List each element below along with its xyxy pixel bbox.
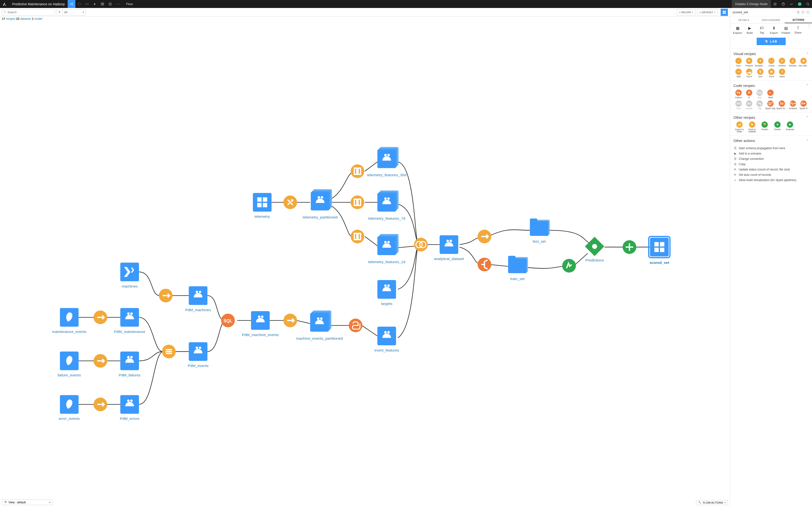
svg-rect-13 (776, 4, 776, 4)
nav-more-icon[interactable]: ⋯ (114, 0, 122, 8)
svg-text:analytical_dataset: analytical_dataset (434, 257, 464, 261)
recipe-topn[interactable]: ▂▄Top N (744, 68, 754, 78)
oa-add-scenario[interactable]: ▶Add to a scenario (733, 151, 809, 156)
search-input[interactable] (7, 11, 55, 14)
svg-point-19 (807, 3, 809, 5)
search-icon[interactable] (804, 0, 812, 8)
oa-copy[interactable]: ⧉Copy (733, 162, 809, 167)
recipe-impala: ImImpala (744, 101, 754, 110)
list-icon[interactable]: ☰ (797, 10, 800, 14)
recipe-sample[interactable]: ▼Sample/Filter (755, 58, 766, 67)
recipe-pyspark[interactable]: Py✦PySpark (788, 101, 798, 110)
svg-point-1 (72, 3, 73, 4)
actions-more-icon[interactable]: ⋮ (806, 23, 812, 29)
recipe-stack[interactable]: ≡Stack (777, 68, 787, 78)
add-recipe-button[interactable]: + RECIPE▾ (677, 9, 696, 15)
recipe-cluster[interactable]: ✦Cluster (771, 121, 783, 133)
svg-rect-21 (723, 11, 724, 12)
view-selector[interactable]: View : default ▾ (2, 500, 53, 505)
svg-text:PdM_machines: PdM_machines (185, 308, 211, 312)
activity-icon[interactable] (788, 0, 796, 8)
project-title[interactable]: Predictive Maintenance on Hadoop (9, 0, 68, 8)
svg-text:telemetry: telemetry (254, 214, 270, 219)
action-share[interactable]: ⤴Share (792, 26, 804, 34)
refresh-icon: ⟳ (733, 173, 737, 176)
action-tag[interactable]: 🏷Tag (756, 26, 768, 34)
nav-code-icon[interactable] (83, 0, 91, 8)
user-avatar-icon[interactable] (796, 0, 804, 8)
oa-build-virt[interactable]: »Allow build virtualization (for Spark p… (733, 177, 809, 183)
svg-text:PdM_errors: PdM_errors (120, 416, 140, 420)
tab-actions[interactable]: ACTIONS (785, 17, 812, 23)
lab-icon: ⚗ (765, 40, 768, 43)
filter-dropdown[interactable]: All ▾ (57, 9, 86, 15)
svg-rect-10 (776, 3, 776, 3)
svg-text:telemetry_features_1d: telemetry_features_1d (368, 260, 405, 264)
action-explore[interactable]: ▦Explore (731, 26, 744, 34)
add-dataset-button[interactable]: + DATASET▾ (697, 9, 718, 15)
svg-point-18 (798, 2, 802, 6)
section-visual-recipes[interactable]: Visual recipes⌃ (733, 51, 809, 58)
chevron-down-icon: ▾ (724, 501, 726, 504)
section-other-actions[interactable]: Other actions⌃ (733, 137, 809, 145)
tab-details[interactable]: DETAILS (730, 17, 757, 23)
nav-run-icon[interactable] (91, 0, 99, 8)
breadcrumb-flow[interactable]: Flow (122, 0, 137, 8)
recipe-prepare[interactable]: ✎Prepare (744, 58, 754, 67)
recipe-sparkr[interactable]: R✦Spark R (799, 101, 809, 110)
recipe-export-folder[interactable]: 📁Export to folder (733, 121, 746, 133)
recipe-sort[interactable]: ⇅Sort (755, 68, 766, 78)
nav-dashboards-icon[interactable] (99, 0, 106, 8)
tag-icon: 🏷 (760, 26, 764, 30)
svg-point-79 (5, 502, 6, 502)
svg-text:train_set: train_set (510, 277, 525, 281)
lab-button[interactable]: ⚗ LAB (757, 38, 785, 45)
action-build[interactable]: ▶Build (744, 26, 756, 34)
recipe-predict[interactable]: 🏆Predict (759, 121, 771, 133)
recipe-push-editable[interactable]: ✎Push to editable (746, 121, 758, 133)
recipe-evaluate[interactable]: ★Evaluate (784, 121, 796, 133)
apps-icon[interactable] (771, 0, 779, 8)
svg-text:Predictions: Predictions (585, 258, 604, 262)
recipe-split[interactable]: ⤙Split (733, 68, 744, 78)
tab-discussions[interactable]: DISCUSSIONS (757, 17, 785, 23)
svg-rect-15 (775, 5, 775, 5)
recipe-sync[interactable]: →Sync (733, 58, 744, 67)
oa-change-connection[interactable]: ☰Change connection (733, 156, 809, 162)
svg-text:test_set: test_set (532, 239, 546, 243)
filter-icon (57, 9, 63, 15)
check-icon[interactable]: ☑ (802, 10, 805, 14)
recipe-window[interactable]: ▯Window (788, 58, 798, 67)
nav-wiki-icon[interactable] (106, 0, 114, 8)
oa-schema-propagation[interactable]: ☰Start schema propagation from here (733, 146, 809, 151)
svg-rect-23 (723, 12, 724, 13)
selected-dataset-indicator[interactable] (721, 9, 728, 16)
recipe-sparksql[interactable]: SparkSQLSpark SQL (765, 101, 776, 110)
recipe-sql: SQLSQL (755, 90, 765, 99)
svg-text:telemetry_features_7d: telemetry_features_7d (368, 216, 405, 220)
play-icon: ▶ (748, 26, 751, 31)
oa-update-status[interactable]: ⟳Update status (count of record, file si… (733, 167, 809, 172)
oa-auto-count[interactable]: ⟳Set auto count of records (733, 172, 809, 177)
recipe-distinct[interactable]: ≠Distinct (777, 58, 787, 67)
recipe-python[interactable]: PyPython (733, 90, 744, 99)
recipe-r[interactable]: RR (744, 90, 754, 99)
help-icon[interactable] (779, 0, 788, 8)
recipe-join[interactable]: ⊗Join with... (798, 58, 809, 67)
app-logo[interactable] (0, 0, 9, 8)
section-other-recipes[interactable]: Other recipes⌃ (733, 114, 809, 121)
action-export[interactable]: ⬇Export (768, 26, 780, 34)
section-code-recipes[interactable]: Code recipes⌃ (733, 82, 809, 90)
recipe-group[interactable]: ⋮⋮Group (766, 58, 776, 67)
action-publish[interactable]: ▤Publish (780, 26, 792, 34)
flow-canvas[interactable]: All ▾ + RECIPE▾ + DATASET▾ 17 recipes 22… (0, 8, 730, 507)
flow-actions-button[interactable]: 🔧 FLOW ACTIONS ▾ (696, 500, 728, 505)
nav-datasets-icon[interactable] (75, 0, 83, 8)
info-icon[interactable]: ⓘ (806, 10, 810, 14)
recipe-pivot[interactable]: ⊞Pivot (766, 68, 776, 78)
list-icon: ☰ (733, 147, 737, 150)
publish-icon: ▤ (784, 26, 788, 31)
recipe-sparkscala[interactable]: ScSpark Scala (776, 101, 788, 110)
recipe-shell[interactable]: >_Shell (765, 90, 776, 99)
nav-flow-icon[interactable] (68, 0, 75, 8)
